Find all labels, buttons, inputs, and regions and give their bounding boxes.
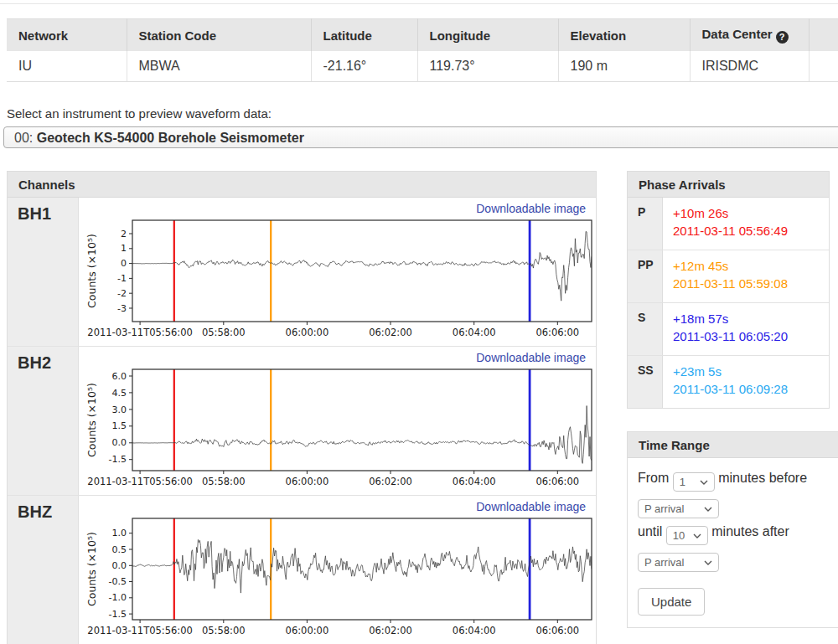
phase-name-p: P bbox=[628, 198, 663, 250]
channel-row-bhz: BHZ Downloadable image 1.00.50.0-0.5-1.0… bbox=[8, 496, 596, 644]
svg-text:-3: -3 bbox=[117, 303, 127, 314]
svg-text:06:00:00: 06:00:00 bbox=[286, 625, 329, 636]
svg-text:2: 2 bbox=[121, 229, 127, 240]
col-header-latitude: Latitude bbox=[311, 19, 417, 52]
svg-text:-1.0: -1.0 bbox=[109, 592, 127, 603]
phase-time-ss: +23m 5s 2011-03-11 06:09:28 bbox=[663, 356, 788, 408]
instrument-code: 00: bbox=[14, 131, 37, 145]
downloadable-image-link-bh2[interactable]: Downloadable image bbox=[476, 351, 586, 364]
channel-plot-area-bh2: Downloadable image 6.04.53.01.50.0-1.5Co… bbox=[79, 347, 597, 495]
svg-text:05:58:00: 05:58:00 bbox=[202, 476, 246, 487]
downloadable-image-link-bh1[interactable]: Downloadable image bbox=[476, 202, 586, 215]
svg-text:05:58:00: 05:58:00 bbox=[202, 327, 246, 338]
phase-time-s: +18m 57s 2011-03-11 06:05:20 bbox=[663, 303, 788, 355]
phase-offset: +10m 26s bbox=[673, 204, 788, 222]
svg-text:06:02:00: 06:02:00 bbox=[369, 625, 412, 636]
svg-text:Counts (×10⁵): Counts (×10⁵) bbox=[85, 532, 98, 606]
channel-label-bh1: BH1 bbox=[8, 198, 79, 346]
channel-row-bh1: BH1 Downloadable image 210-1-2-3Counts (… bbox=[8, 198, 596, 347]
phase-name-s: S bbox=[628, 303, 663, 355]
phase-timestamp: 2011-03-11 06:09:28 bbox=[673, 380, 788, 398]
svg-text:06:06:00: 06:06:00 bbox=[535, 476, 579, 487]
phase-timestamp: 2011-03-11 05:59:08 bbox=[673, 275, 788, 292]
svg-text:0.0: 0.0 bbox=[112, 437, 127, 448]
channel-plot-area-bhz: Downloadable image 1.00.50.0-0.5-1.0-1.5… bbox=[79, 496, 597, 644]
after-phase-select[interactable]: P arrival bbox=[638, 553, 719, 572]
phase-row-pp: PP +12m 45s 2011-03-11 05:59:08 bbox=[628, 250, 829, 303]
waveform-plot-bh1: 210-1-2-3Counts (×10⁵)2011-03-11T05:56:0… bbox=[80, 217, 594, 340]
cell-extra bbox=[809, 51, 838, 82]
svg-text:2011-03-11T05:56:00: 2011-03-11T05:56:00 bbox=[87, 327, 193, 338]
svg-text:-1: -1 bbox=[117, 273, 127, 284]
phase-row-ss: SS +23m 5s 2011-03-11 06:09:28 bbox=[628, 356, 829, 408]
svg-text:2011-03-11T05:56:00: 2011-03-11T05:56:00 bbox=[87, 625, 193, 636]
cell-elevation: 190 m bbox=[558, 51, 690, 82]
minutes-before-text: minutes before bbox=[718, 471, 807, 485]
update-button[interactable]: Update bbox=[638, 588, 705, 616]
svg-text:Counts (×10⁵): Counts (×10⁵) bbox=[85, 234, 98, 308]
channels-panel: Channels BH1 Downloadable image 210-1-2-… bbox=[7, 171, 597, 644]
phase-timestamp: 2011-03-11 05:56:49 bbox=[673, 222, 788, 240]
col-header-extra bbox=[809, 19, 838, 52]
svg-text:06:04:00: 06:04:00 bbox=[453, 476, 496, 487]
chevron-down-icon bbox=[693, 533, 701, 538]
after-phase-value: P arrival bbox=[644, 556, 684, 569]
phase-offset: +12m 45s bbox=[673, 257, 788, 275]
minutes-after-select[interactable]: 10 bbox=[666, 526, 708, 545]
svg-text:6.0: 6.0 bbox=[112, 371, 127, 382]
channel-label-bhz: BHZ bbox=[8, 496, 79, 644]
svg-text:-0.5: -0.5 bbox=[109, 576, 127, 587]
channel-label-bh2: BH2 bbox=[8, 347, 79, 495]
svg-text:06:02:00: 06:02:00 bbox=[369, 476, 412, 487]
cell-longitude: 119.73° bbox=[417, 51, 558, 82]
help-icon[interactable]: ? bbox=[776, 31, 789, 44]
cell-network: IU bbox=[7, 51, 127, 82]
col-header-elevation: Elevation bbox=[558, 19, 690, 52]
svg-text:06:02:00: 06:02:00 bbox=[369, 327, 412, 338]
svg-text:0.0: 0.0 bbox=[112, 560, 127, 571]
svg-text:-2: -2 bbox=[117, 288, 127, 299]
phase-timestamp: 2011-03-11 06:05:20 bbox=[673, 327, 788, 345]
phase-arrivals-title: Phase Arrivals bbox=[628, 172, 829, 198]
svg-text:06:06:00: 06:06:00 bbox=[535, 625, 579, 636]
phase-offset: +23m 5s bbox=[673, 363, 788, 380]
phase-arrivals-panel: Phase Arrivals P +10m 26s 2011-03-11 05:… bbox=[627, 171, 830, 409]
svg-text:1.0: 1.0 bbox=[112, 528, 127, 538]
station-table-row: IU MBWA -21.16° 119.73° 190 m IRISDMC bbox=[7, 51, 838, 82]
cell-station-code: MBWA bbox=[127, 51, 311, 82]
instrument-select-label: Select an instrument to preview waveform… bbox=[7, 106, 838, 121]
minutes-after-text: minutes after bbox=[711, 524, 789, 538]
col-header-network: Network bbox=[7, 19, 127, 52]
downloadable-image-link-bhz[interactable]: Downloadable image bbox=[476, 500, 586, 513]
waveform-plot-bh2: 6.04.53.01.50.0-1.5Counts (×10⁵)2011-03-… bbox=[80, 366, 594, 489]
phase-name-pp: PP bbox=[628, 250, 663, 302]
cell-data-center: IRISDMC bbox=[690, 51, 809, 82]
svg-text:2011-03-11T05:56:00: 2011-03-11T05:56:00 bbox=[87, 476, 193, 487]
chevron-down-icon bbox=[700, 480, 708, 485]
cell-latitude: -21.16° bbox=[311, 51, 417, 82]
svg-text:06:06:00: 06:06:00 bbox=[535, 327, 579, 338]
station-table-header-row: Network Station Code Latitude Longitude … bbox=[7, 19, 838, 52]
channels-panel-title: Channels bbox=[8, 172, 596, 198]
minutes-after-value: 10 bbox=[673, 529, 685, 542]
col-header-longitude: Longitude bbox=[417, 19, 558, 52]
before-phase-select[interactable]: P arrival bbox=[638, 499, 719, 518]
svg-text:05:58:00: 05:58:00 bbox=[202, 625, 246, 636]
col-header-data-center: Data Center? bbox=[690, 19, 809, 52]
time-range-title: Time Range bbox=[628, 432, 838, 458]
phase-time-p: +10m 26s 2011-03-11 05:56:49 bbox=[663, 198, 788, 250]
instrument-select[interactable]: 00: Geotech KS-54000 Borehole Seismomete… bbox=[3, 126, 838, 148]
top-divider bbox=[0, 3, 838, 4]
phase-row-s: S +18m 57s 2011-03-11 06:05:20 bbox=[628, 303, 829, 356]
instrument-name: Geotech KS-54000 Borehole Seismometer bbox=[37, 131, 304, 145]
svg-text:06:00:00: 06:00:00 bbox=[286, 327, 329, 338]
minutes-before-select[interactable]: 1 bbox=[673, 472, 715, 492]
phase-offset: +18m 57s bbox=[673, 310, 788, 327]
phase-row-p: P +10m 26s 2011-03-11 05:56:49 bbox=[628, 198, 829, 250]
channel-plot-area-bh1: Downloadable image 210-1-2-3Counts (×10⁵… bbox=[79, 198, 597, 346]
from-label: From bbox=[638, 471, 669, 485]
waveform-plot-bhz: 1.00.50.0-0.5-1.0-1.5Counts (×10⁵)2011-0… bbox=[80, 515, 594, 638]
svg-text:06:04:00: 06:04:00 bbox=[453, 625, 496, 636]
right-column: Phase Arrivals P +10m 26s 2011-03-11 05:… bbox=[627, 171, 838, 628]
svg-text:0: 0 bbox=[121, 258, 127, 269]
